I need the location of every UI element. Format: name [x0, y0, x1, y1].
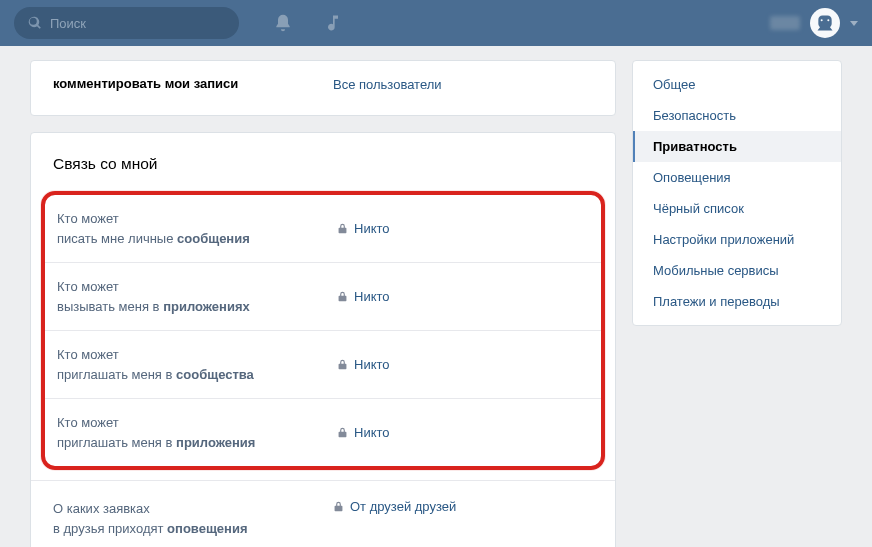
setting-label: Кто может вызывать меня в приложениях: [57, 277, 337, 316]
sidebar-item-app-settings[interactable]: Настройки приложений: [633, 224, 841, 255]
setting-row: Кто может вызывать меня в приложениях Ни…: [45, 262, 601, 330]
search-input[interactable]: [50, 16, 225, 31]
lock-icon: [337, 291, 348, 302]
search-box[interactable]: [14, 7, 239, 39]
bell-icon[interactable]: [273, 13, 293, 33]
card-contact: Связь со мной Кто может писать мне личны…: [30, 132, 616, 547]
setting-label: Кто может приглашать меня в приложения: [57, 413, 337, 452]
chevron-down-icon: [850, 21, 858, 26]
setting-label: Кто может приглашать меня в сообщества: [57, 345, 337, 384]
sidebar-item-privacy[interactable]: Приватность: [633, 131, 841, 162]
sidebar-item-payments[interactable]: Платежи и переводы: [633, 286, 841, 317]
sidebar: Общее Безопасность Приватность Оповещени…: [632, 60, 842, 547]
setting-value[interactable]: Никто: [337, 425, 390, 440]
sidebar-item-general[interactable]: Общее: [633, 69, 841, 100]
music-icon[interactable]: [323, 13, 343, 33]
header-icons: [273, 13, 343, 33]
user-menu[interactable]: [770, 8, 858, 38]
lock-icon: [337, 427, 348, 438]
setting-row: Кто может писать мне личные сообщения Ни…: [45, 195, 601, 262]
card-top: комментировать мои записи Все пользовате…: [30, 60, 616, 116]
setting-row: Кто может приглашать меня в приложения Н…: [45, 398, 601, 466]
user-name: [770, 16, 800, 30]
top-header: [0, 0, 872, 46]
setting-value[interactable]: От друзей друзей: [333, 499, 456, 514]
setting-row: О каких заявках в друзья приходят оповещ…: [31, 480, 615, 547]
lock-icon: [337, 223, 348, 234]
lock-icon: [337, 359, 348, 370]
sidebar-item-security[interactable]: Безопасность: [633, 100, 841, 131]
setting-value[interactable]: Никто: [337, 357, 390, 372]
setting-row: Кто может приглашать меня в сообщества Н…: [45, 330, 601, 398]
top-label: комментировать мои записи: [53, 75, 333, 93]
sidebar-item-notifications[interactable]: Оповещения: [633, 162, 841, 193]
sidebar-item-blocklist[interactable]: Чёрный список: [633, 193, 841, 224]
avatar: [810, 8, 840, 38]
setting-value[interactable]: Никто: [337, 289, 390, 304]
setting-label: Кто может писать мне личные сообщения: [57, 209, 337, 248]
highlight-box: Кто может писать мне личные сообщения Ни…: [41, 191, 605, 470]
setting-label: О каких заявках в друзья приходят оповещ…: [53, 499, 333, 538]
section-title: Связь со мной: [31, 133, 615, 191]
setting-value[interactable]: Никто: [337, 221, 390, 236]
lock-icon: [333, 501, 344, 512]
sidebar-item-mobile[interactable]: Мобильные сервисы: [633, 255, 841, 286]
top-value[interactable]: Все пользователи: [333, 75, 442, 93]
search-icon: [28, 16, 42, 30]
